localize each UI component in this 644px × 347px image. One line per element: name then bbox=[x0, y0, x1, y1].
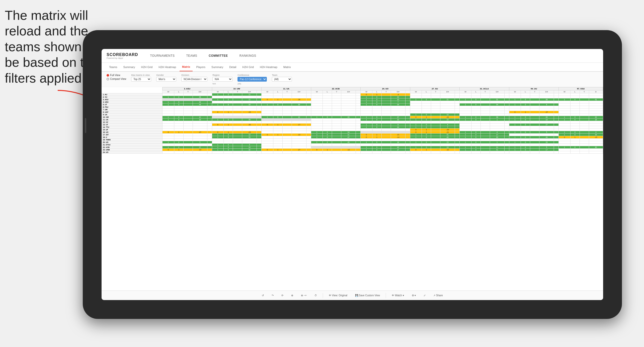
matrix-cell bbox=[539, 134, 554, 136]
subnav-h2h-grid[interactable]: H2H Grid bbox=[138, 63, 155, 71]
matrix-container[interactable]: 3. ASU 10. UW 11. UA 22. UCB 24. UO 27. … bbox=[102, 87, 603, 291]
matrix-cell: 1 bbox=[163, 103, 174, 106]
matrix-cell bbox=[174, 129, 183, 131]
matrix-cell: -10 bbox=[440, 149, 455, 151]
matrix-cell bbox=[332, 134, 341, 136]
matrix-cell: 0 bbox=[422, 124, 431, 126]
share-button[interactable]: ↗ Share bbox=[431, 293, 445, 298]
redo-button[interactable]: ↷ bbox=[270, 293, 276, 298]
matrix-cell bbox=[282, 106, 292, 108]
matrix-cell bbox=[521, 139, 530, 141]
undo-button[interactable]: ↺ bbox=[260, 293, 266, 298]
matrix-cell bbox=[306, 121, 311, 124]
compact-view-radio[interactable]: Compact View bbox=[107, 78, 126, 80]
matrix-cell bbox=[323, 119, 332, 121]
view-original-button[interactable]: 👁 View: Original bbox=[327, 293, 349, 298]
matrix-cell bbox=[356, 119, 361, 121]
matrix-cell bbox=[580, 108, 589, 111]
matrix-cell bbox=[580, 126, 589, 129]
watch-button[interactable]: 👁 Watch ▾ bbox=[390, 293, 406, 298]
refresh-button[interactable]: ⟳ bbox=[279, 293, 285, 298]
matrix-cell: 0 bbox=[262, 134, 273, 136]
matrix-cell bbox=[530, 121, 539, 124]
matrix-cell bbox=[554, 146, 559, 149]
matrix-cell bbox=[509, 106, 521, 108]
full-view-radio[interactable]: Full View bbox=[107, 74, 126, 77]
matrix-cell: 0 bbox=[361, 134, 372, 136]
matrix-cell bbox=[381, 96, 391, 98]
add-button[interactable]: ⊕ bbox=[289, 293, 295, 298]
nav-teams[interactable]: TEAMS bbox=[184, 53, 199, 59]
settings-button[interactable]: ⚙ ▾ bbox=[410, 293, 418, 298]
matrix-cell: 1 bbox=[422, 116, 431, 119]
save-custom-view-button[interactable]: 💾 Save Custom View bbox=[353, 293, 382, 298]
matrix-cell bbox=[332, 131, 341, 134]
matrix-cell bbox=[580, 93, 589, 96]
matrix-cell bbox=[361, 113, 372, 116]
matrix-cell: 0 bbox=[471, 131, 480, 134]
matrix-cell bbox=[212, 101, 224, 103]
matrix-cell bbox=[233, 121, 242, 124]
matrix-cell bbox=[589, 149, 603, 151]
subnav-summary2[interactable]: Summary bbox=[209, 63, 226, 71]
matrix-cell bbox=[212, 141, 224, 144]
zoom-button[interactable]: ⊕ −+ bbox=[299, 293, 308, 298]
division-select[interactable]: NCAA Division I NCAA Division II bbox=[181, 77, 207, 82]
subnav-matrix[interactable]: Matrix bbox=[180, 63, 193, 71]
matrix-cell: 1 bbox=[509, 103, 521, 106]
matrix-cell bbox=[323, 111, 332, 113]
matrix-cell bbox=[490, 129, 504, 131]
matrix-cell bbox=[306, 139, 311, 141]
matrix-cell: 0 bbox=[323, 136, 332, 139]
matrix-cell: -13 bbox=[292, 134, 306, 136]
matrix-cell: 0 bbox=[224, 144, 233, 146]
toolbar-divider-2 bbox=[386, 293, 386, 298]
matrix-cell bbox=[559, 96, 571, 98]
subnav-summary[interactable]: Summary bbox=[121, 63, 137, 71]
matrix-cell: 31 bbox=[490, 98, 504, 101]
nav-tournaments[interactable]: TOURNAMENTS bbox=[148, 53, 177, 59]
matrix-cell bbox=[391, 106, 405, 108]
matrix-cell: 0 bbox=[163, 131, 174, 134]
matrix-cell: 10 bbox=[440, 113, 455, 116]
matrix-cell bbox=[509, 129, 521, 131]
expand-button[interactable]: ⤢ bbox=[422, 293, 428, 298]
gender-select[interactable]: Men's Women's bbox=[156, 77, 176, 82]
matrix-cell: 0 bbox=[521, 149, 530, 151]
conference-select[interactable]: Pac-12 Conference (All) bbox=[237, 77, 267, 82]
matrix-cell bbox=[559, 93, 571, 96]
matrix-cell: 39 bbox=[242, 119, 257, 121]
max-teams-select[interactable]: Top 25 Top 10 All bbox=[131, 77, 151, 82]
matrix-cell bbox=[282, 124, 292, 126]
matrix-cell bbox=[490, 108, 504, 111]
matrix-cell bbox=[207, 139, 212, 141]
matrix-cell bbox=[405, 141, 410, 144]
matrix-cell bbox=[530, 141, 539, 144]
matrix-cell bbox=[539, 129, 554, 131]
matrix-cell bbox=[570, 139, 580, 141]
matrix-cell bbox=[257, 134, 262, 136]
team-select[interactable]: (All) bbox=[272, 77, 292, 82]
subnav-players[interactable]: Players bbox=[194, 63, 208, 71]
subnav-matrix2[interactable]: Matrix bbox=[281, 63, 293, 71]
matrix-cell: 0 bbox=[422, 146, 431, 149]
timer-button[interactable]: ⏱ bbox=[312, 293, 319, 298]
matrix-cell: 1 bbox=[361, 96, 372, 98]
subnav-detail[interactable]: Detail bbox=[227, 63, 239, 71]
matrix-cell bbox=[455, 103, 460, 106]
matrix-cell bbox=[262, 111, 273, 113]
matrix-cell bbox=[381, 129, 391, 131]
matrix-cell bbox=[332, 116, 341, 119]
nav-rankings[interactable]: RANKINGS bbox=[237, 53, 258, 59]
matrix-cell bbox=[490, 124, 504, 126]
matrix-cell bbox=[207, 131, 212, 134]
subnav-teams[interactable]: Teams bbox=[107, 63, 120, 71]
matrix-cell bbox=[460, 124, 471, 126]
matrix-cell: 0 bbox=[212, 131, 224, 134]
subnav-h2h-grid2[interactable]: H2H Grid bbox=[240, 63, 256, 71]
subnav-h2h-heatmap2[interactable]: H2H Heatmap bbox=[257, 63, 280, 71]
subnav-h2h-heatmap[interactable]: H2H Heatmap bbox=[156, 63, 179, 71]
region-select[interactable]: N/A bbox=[212, 77, 232, 82]
nav-committee[interactable]: COMMITTEE bbox=[207, 53, 230, 59]
matrix-cell bbox=[381, 101, 391, 103]
